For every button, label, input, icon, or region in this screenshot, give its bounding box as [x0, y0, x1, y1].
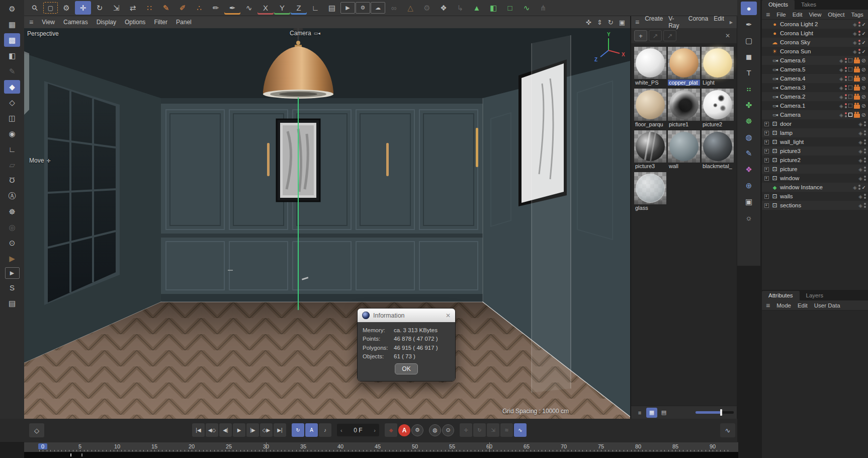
expand-icon[interactable]: + — [764, 122, 769, 126]
object-name[interactable]: picture3 — [780, 148, 801, 154]
camera-add-icon[interactable]: ▣ — [741, 195, 757, 208]
layer-view-icon[interactable]: ▤ — [658, 408, 669, 418]
render-camera-icon[interactable] — [854, 114, 860, 118]
layer-icon[interactable]: ◈ — [853, 49, 857, 54]
perspective-viewport[interactable]: ≡ ViewCamerasDisplayOptionsFilterPanel ✜… — [24, 16, 630, 419]
fcurve-button[interactable]: ∿ — [720, 423, 735, 437]
orbit-icon[interactable]: ↻ — [608, 19, 614, 26]
point-mode-icon[interactable]: ◉ — [4, 127, 20, 140]
timeline-tick[interactable]: 30 — [247, 442, 285, 452]
keying-settings-icon[interactable]: ⚙ — [411, 424, 423, 436]
material-name[interactable]: wall — [668, 163, 700, 169]
material-item[interactable]: floor_parqu — [634, 89, 666, 127]
object-menu-item[interactable]: Tags — [851, 12, 863, 18]
corona-scatter-icon[interactable]: ◧ — [485, 1, 501, 15]
layer-icon[interactable]: ◈ — [839, 76, 843, 82]
visibility-dots[interactable] — [845, 58, 847, 63]
material-name[interactable]: glass — [634, 205, 666, 211]
material-thumbnail[interactable] — [702, 47, 734, 79]
object-row[interactable]: + ▭◂ Camera.4 ◈ ⊘ ✓ — [762, 74, 868, 83]
layer-icon[interactable]: ◈ — [858, 130, 862, 136]
enabled-check-icon[interactable]: ✓ — [862, 22, 866, 27]
corona-slicer-icon[interactable]: ∿ — [518, 1, 535, 15]
plane-icon[interactable]: ▢ — [741, 34, 757, 47]
object-row[interactable]: + ⊡ walls ◈ ⊘ ✓ — [762, 192, 868, 201]
thumbnail-size-slider[interactable] — [696, 411, 734, 414]
record-pla-icon[interactable]: ∿ — [514, 423, 527, 437]
timeline-tick[interactable]: 90 — [694, 442, 731, 452]
timeline-tick[interactable]: 70 — [545, 442, 582, 452]
visibility-dots[interactable] — [858, 49, 860, 54]
material-thumbnail[interactable] — [634, 130, 666, 163]
material-thumbnail[interactable] — [668, 130, 700, 163]
timeline-tick[interactable]: 25 — [210, 442, 247, 452]
layer-icon[interactable]: ◈ — [853, 40, 857, 45]
solo-icon[interactable]: ⊙ — [4, 236, 20, 250]
enabled-check-icon[interactable]: ✓ — [862, 31, 866, 36]
polygon-mode-icon[interactable]: ◇ — [4, 96, 20, 109]
lock-workplane-icon[interactable]: ▩ — [4, 33, 20, 47]
dynamics-icon[interactable]: ☸ — [741, 114, 757, 128]
edge-mode-icon[interactable]: ◫ — [4, 111, 20, 125]
viewport-menu-item[interactable]: Panel — [176, 19, 192, 26]
object-name[interactable]: Camera.4 — [780, 75, 806, 82]
record-key-icon[interactable]: ◆ — [385, 423, 397, 437]
object-menu-item[interactable]: File — [776, 12, 786, 18]
active-camera-icon[interactable] — [848, 58, 852, 62]
material-item[interactable]: wall — [668, 130, 700, 169]
material-menu-item[interactable]: Create — [645, 15, 663, 29]
material-name[interactable]: picture2 — [702, 121, 734, 127]
object-menu-item[interactable]: Object — [828, 12, 844, 18]
object-name[interactable]: Camera.6 — [780, 57, 806, 63]
visibility-dots[interactable] — [845, 85, 847, 90]
visibility-dots[interactable] — [864, 130, 866, 135]
mograph-icon[interactable]: ❖ — [741, 163, 757, 176]
material-name[interactable]: white_PS — [634, 80, 666, 86]
triangulate-icon[interactable]: △ — [402, 1, 418, 15]
layer-icon[interactable]: ◈ — [853, 31, 857, 36]
viewport-toggle-icon[interactable]: ▣ — [619, 19, 625, 26]
timeline-tick[interactable]: 35 — [285, 442, 322, 452]
layer-icon[interactable]: ◈ — [858, 176, 862, 181]
active-camera-icon[interactable] — [848, 77, 852, 81]
panel-tab[interactable]: Takes — [795, 0, 823, 10]
axis-transfer-icon[interactable]: ↳ — [452, 1, 468, 15]
rotate-icon[interactable]: ↻ — [92, 1, 108, 15]
layer-icon[interactable]: ◈ — [858, 121, 862, 127]
material-menu-item[interactable]: V-Ray — [668, 15, 683, 29]
timeline-tick[interactable]: 45 — [359, 442, 396, 452]
material-ball-icon[interactable]: ● — [741, 2, 757, 15]
object-name[interactable]: Camera.3 — [780, 85, 806, 91]
object-name[interactable]: picture — [780, 166, 798, 172]
axis-mode-icon[interactable]: ∟ — [4, 142, 20, 156]
visibility-dots[interactable] — [864, 203, 866, 208]
viewport-menu-item[interactable]: Filter — [154, 19, 167, 26]
next-frame-icon[interactable]: |▶ — [246, 423, 259, 437]
layer-icon[interactable]: ◈ — [853, 22, 857, 27]
workplane-icon[interactable]: ▦ — [4, 18, 20, 31]
x-axis-icon[interactable]: X — [257, 1, 274, 15]
object-row[interactable]: + ⊡ lamp ◈ ⊘ ✓ — [762, 128, 868, 137]
panel-tab[interactable]: Layers — [800, 291, 830, 300]
layer-icon[interactable]: ◈ — [858, 148, 862, 154]
timeline-tick[interactable]: 20 — [173, 442, 210, 452]
object-row[interactable]: + ◆ window Instance ◈ ⊘ ✓ — [762, 183, 868, 192]
material-name[interactable]: picture1 — [668, 121, 700, 127]
text-tool-icon[interactable]: T — [741, 66, 757, 80]
timeline-tick[interactable]: 50 — [396, 442, 433, 452]
goto-end-icon[interactable]: ▶| — [274, 423, 286, 437]
material-thumbnail[interactable] — [668, 47, 700, 79]
search-icon[interactable]: ⚲ — [24, 0, 45, 18]
interactive-render-icon[interactable]: ▶ — [5, 267, 20, 279]
substance-icon[interactable]: S — [4, 281, 20, 294]
position-key-icon[interactable]: ◍ — [429, 424, 441, 436]
visibility-dots[interactable] — [864, 139, 866, 144]
visibility-dots[interactable] — [864, 158, 866, 163]
layer-icon[interactable]: ◈ — [858, 158, 862, 163]
autokey-icon[interactable]: A — [398, 424, 410, 436]
object-menu-item[interactable]: View — [809, 12, 822, 18]
layer-icon[interactable]: ◈ — [839, 58, 843, 63]
visibility-dots[interactable] — [845, 67, 847, 72]
y-axis-icon[interactable]: Y — [274, 1, 290, 15]
object-row[interactable]: + ⊡ door ◈ ⊘ ✓ — [762, 119, 868, 128]
